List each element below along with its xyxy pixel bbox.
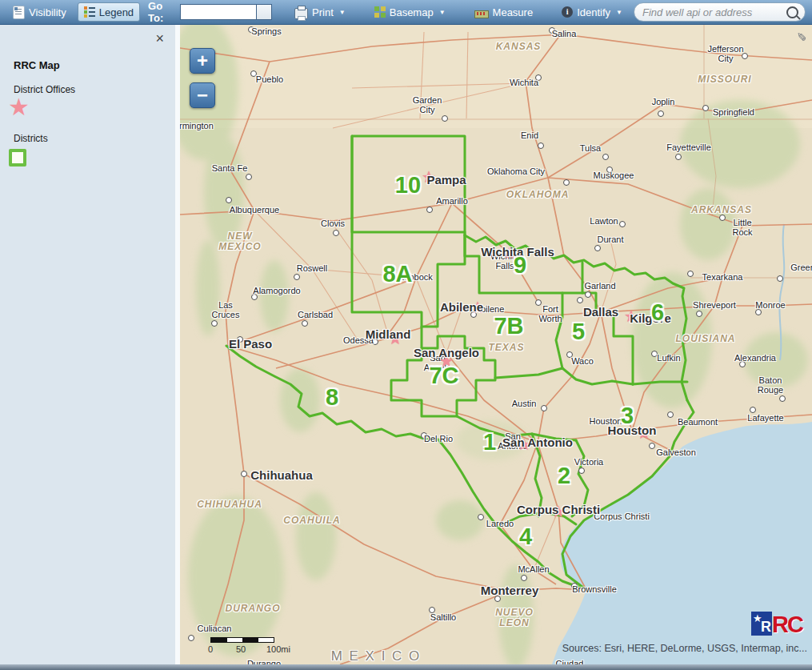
district-office-star-icon: ★ [439,353,454,371]
map-canvas[interactable]: KANSASMISSOURIOKLAHOMAARKANSASNEW MEXICO… [180,24,812,664]
identify-button[interactable]: i Identify ▼ [555,2,629,22]
close-icon[interactable]: × [150,30,169,46]
panel-divider [175,24,180,664]
major-city-label: Chihuahua [250,469,313,482]
visibility-button[interactable]: Visibility [6,2,73,22]
city-label: San Angelo [424,354,451,373]
city-label: Joplin [652,98,675,107]
state-label: TEXAS [488,343,524,353]
city-label: Victoria [574,458,603,467]
basemap-button[interactable]: Basemap ▼ [368,2,452,22]
city-dot [251,294,258,300]
city-label: Jefferson City [707,45,743,64]
city-label: Houston [590,417,622,427]
city-dot [188,635,194,641]
search-input[interactable] [641,6,786,19]
legend-button[interactable]: Legend [78,2,140,22]
city-dot [667,411,674,418]
print-label: Print [312,6,334,18]
district-square-icon [9,149,26,166]
basemap-icon [374,6,386,18]
city-dot [651,351,658,357]
city-dot [675,154,682,160]
city-label: Pueblo [256,75,283,85]
city-label: Brownsville [572,585,617,595]
city-dot [585,291,591,298]
district-number-label: 6 [651,300,664,325]
legend-icon [84,6,95,18]
print-button[interactable]: Print ▼ [288,2,352,22]
city-label: Greenville [790,263,812,273]
city-dot [602,154,609,160]
city-label: Odessa [343,336,374,346]
identify-label: Identify [577,6,610,18]
search-icon[interactable] [786,6,798,18]
rrc-logo-letters: RC [772,612,802,636]
city-label: Las Cruces [212,301,240,320]
city-label: Farmington [180,122,214,131]
chevron-down-icon: ▼ [339,9,346,16]
city-dot [535,299,542,306]
map-attribution: Sources: Esri, HERE, DeLorme, USGS, Inte… [562,643,807,654]
city-dot [658,110,664,117]
district-office-star-icon: ★ [517,436,531,454]
city-dot [442,115,448,122]
city-dot [250,70,257,77]
city-dot [571,583,578,589]
city-dot [426,207,433,213]
city-label: Del Rio [424,435,453,444]
state-label: OKLAHOMA [506,190,570,200]
goto-input[interactable] [180,4,256,20]
city-dot [606,166,613,173]
map-labels-layer: KANSASMISSOURIOKLAHOMAARKANSASNEW MEXICO… [180,24,812,664]
zoom-in-button[interactable]: + [190,48,215,74]
rrc-logo-first-letter: R [761,619,771,636]
state-label: DURANGO [226,604,281,614]
city-dot [742,53,748,59]
city-label: Fort Worth [538,305,562,324]
city-label: Little Rock [732,219,752,238]
measure-button[interactable]: Measure [468,2,540,22]
district-number-label: 1 [483,430,496,455]
city-dot [294,274,300,280]
city-dot [470,311,477,318]
city-dot [594,245,601,251]
city-label: Roswell [297,264,328,274]
measure-icon [474,10,489,18]
district-office-star-icon: ★ [637,425,651,443]
goto-submit-button[interactable] [256,4,272,20]
city-dot [750,407,756,413]
city-label: Carlsbad [298,311,333,320]
rrc-logo: ★ R RC [751,612,802,636]
pencil-icon[interactable]: ✎ [797,29,807,43]
legend-panel-title: RRC Map [14,59,175,71]
city-label: Enid [521,131,538,141]
major-city-label: Corpus Christi [517,504,600,516]
major-city-label: El Paso [229,338,272,351]
city-dot [739,361,746,367]
scale-tick-50: 50 [236,644,246,654]
state-label: LOUISIANA [676,334,736,344]
zoom-out-button[interactable]: − [190,82,215,108]
city-dot [241,471,247,477]
state-label: ARKANSAS [691,205,752,215]
city-dot [619,221,626,227]
district-number-label: 8A [382,262,412,287]
city-dot [719,215,726,221]
chevron-down-icon: ▼ [439,9,446,16]
city-label: Shreveport [693,301,736,311]
city-label: Austin [512,399,537,409]
city-label: Fayetteville [666,143,711,153]
major-city-label: San Antonio [502,436,573,449]
city-dot [687,271,694,277]
city-dot [237,336,243,343]
district-office-star-icon: ★ [422,169,436,187]
scale-bar: 0 50 100mi [210,637,274,655]
city-dot [372,339,378,345]
city-label: Lufkin [657,354,680,363]
city-dot [535,74,542,81]
city-label: Culiacan [198,624,232,634]
toolbar: Visibility Legend Go To: Print ▼ Basemap… [0,0,812,25]
city-label: Corpus Christi [594,512,650,522]
city-dot [521,575,527,581]
